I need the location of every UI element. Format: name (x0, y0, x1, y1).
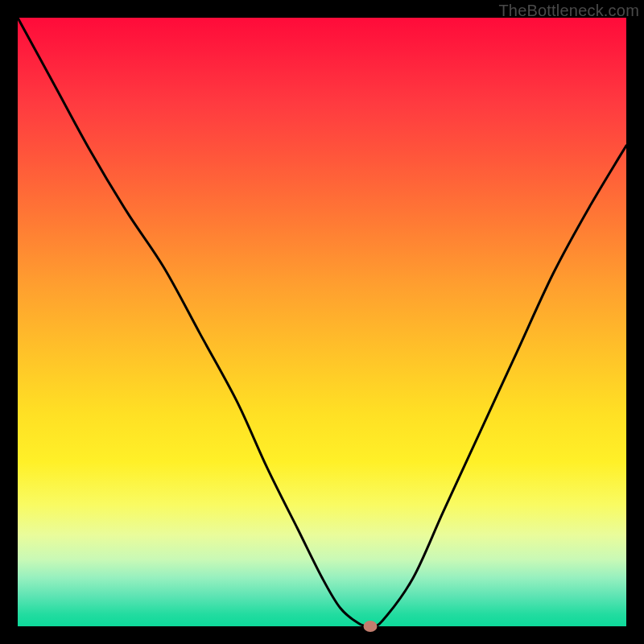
marker-dot (364, 621, 378, 632)
bottleneck-curve (18, 18, 626, 626)
chart-frame: TheBottleneck.com (0, 0, 644, 644)
plot-area (18, 18, 626, 626)
watermark-label: TheBottleneck.com (498, 2, 639, 20)
curve-svg (18, 18, 626, 626)
